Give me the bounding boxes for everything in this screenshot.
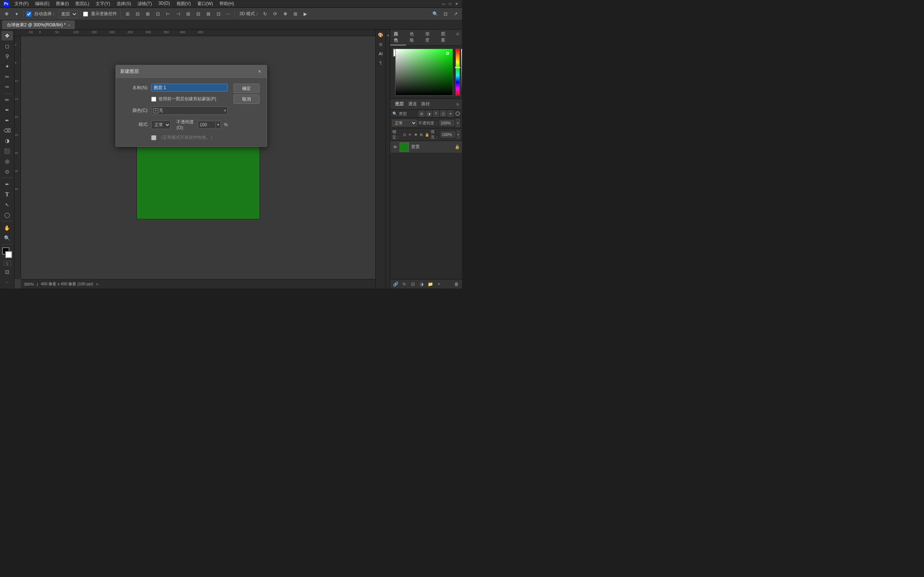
opacity-dropdown-btn[interactable]: ▾ [456, 119, 460, 127]
align-right-icon[interactable]: ⊠ [143, 10, 152, 18]
dialog-cancel-button[interactable]: 取消 [234, 95, 260, 104]
add-mask-icon[interactable]: ⊡ [410, 281, 416, 287]
spot-heal-btn[interactable]: ✏ [2, 95, 13, 104]
add-layer-icon[interactable]: + [436, 281, 442, 287]
distribute2-icon[interactable]: ⊟ [194, 10, 202, 18]
menu-filter[interactable]: 滤镜(T) [135, 0, 155, 8]
filter-pixel-icon[interactable]: ⊞ [419, 111, 425, 116]
lasso-btn[interactable]: ⚲ [2, 52, 13, 61]
lightness-bar[interactable] [461, 49, 462, 95]
eraser-btn[interactable]: ◑ [2, 136, 13, 145]
menu-image[interactable]: 图像(I) [53, 0, 71, 8]
auto-select-checkbox[interactable] [26, 11, 31, 16]
lock-all-icon[interactable]: 🔒 [425, 132, 429, 137]
dialog-ok-button[interactable]: 确定 [234, 84, 260, 93]
filter-smart-icon[interactable]: ✦ [447, 111, 453, 116]
add-fx-icon[interactable]: fx [401, 281, 407, 287]
align-top-icon[interactable]: ⊡ [153, 10, 162, 18]
menu-3d[interactable]: 3D(D) [155, 0, 173, 8]
show-transform-checkbox[interactable] [83, 11, 88, 16]
distribute-icon[interactable]: ⊞ [184, 10, 192, 18]
distribute4-icon[interactable]: ⊡ [214, 10, 223, 18]
minimize-button[interactable]: — [441, 2, 446, 6]
threed-slide-icon[interactable]: ⊞ [291, 10, 300, 18]
quick-mask-btn[interactable]: Q [3, 261, 11, 266]
path-select-btn[interactable]: ↖ [2, 200, 13, 210]
opacity-value-input[interactable] [198, 121, 216, 129]
menu-help[interactable]: 帮助(H) [216, 0, 237, 8]
background-color[interactable] [5, 251, 12, 258]
close-button[interactable]: ✕ [454, 2, 459, 6]
rectangular-marquee-btn[interactable]: ◻ [2, 41, 13, 50]
tab-color[interactable]: 颜色 [390, 29, 406, 45]
history-btn[interactable]: ⌫ [2, 126, 13, 135]
menu-layer[interactable]: 图层(L) [73, 0, 92, 8]
menu-file[interactable]: 文件(F) [11, 0, 31, 8]
type-btn[interactable]: T [2, 190, 13, 199]
use-previous-checkbox[interactable] [151, 97, 156, 102]
dialog-close-button[interactable]: × [257, 69, 262, 74]
opacity-input[interactable] [439, 120, 454, 126]
add-folder-icon[interactable]: 📁 [427, 281, 433, 287]
eyedropper-btn[interactable]: ✑ [2, 82, 13, 92]
filter-adjust-icon[interactable]: ◑ [426, 111, 432, 116]
document-tab[interactable]: 台球效果2 @ 300%(RGB/8#) * × [2, 21, 75, 29]
delete-layer-icon[interactable]: 🗑 [453, 281, 460, 287]
lock-transparent-icon[interactable]: ⊡ [402, 132, 407, 137]
gradient-btn[interactable]: ⬛ [2, 147, 13, 156]
color-dropdown[interactable]: × 无 ▾ [151, 106, 228, 115]
ai-icon[interactable]: AI [377, 50, 385, 58]
threed-scale-icon[interactable]: ▶ [301, 10, 310, 18]
auto-select-dropdown[interactable]: 图层 [58, 10, 78, 18]
layers-panel-icon[interactable]: ⊞ [377, 40, 385, 48]
layer-row-background[interactable]: 👁 背景 🔒 [390, 141, 462, 153]
tab-pattern[interactable]: 图案 [438, 29, 453, 45]
status-arrow[interactable]: > [96, 282, 98, 286]
pen-btn[interactable]: ✒ [2, 180, 13, 189]
tab-paths[interactable]: 路径 [419, 100, 432, 108]
lock-pixel-icon[interactable]: ✏ [408, 132, 412, 137]
dodge-btn[interactable]: ⊙ [2, 167, 13, 176]
menu-window[interactable]: 窗口(W) [195, 0, 216, 8]
fill-input[interactable] [441, 132, 455, 137]
threed-rotate-icon[interactable]: ↻ [261, 10, 269, 18]
screen-mode-icon[interactable]: ⊡ [441, 10, 450, 18]
quick-select-btn[interactable]: ✦ [2, 62, 13, 71]
add-adjustment-icon[interactable]: ◑ [418, 281, 425, 287]
crop-btn[interactable]: ✂ [2, 72, 13, 82]
mode-dropdown[interactable]: 正常 [151, 121, 171, 129]
align-center-h-icon[interactable]: ⊟ [133, 10, 142, 18]
threed-orbit-icon[interactable]: ⟳ [271, 10, 279, 18]
paragraph-icon[interactable]: ¶ [377, 59, 385, 67]
maximize-button[interactable]: □ [447, 2, 452, 6]
screen-mode-btn[interactable]: ⊡ [2, 267, 13, 277]
share-icon[interactable]: ↗ [451, 10, 460, 18]
clone-stamp-btn[interactable]: ✒ [2, 115, 13, 125]
filter-shape-icon[interactable]: ⊡ [440, 111, 446, 116]
distribute3-icon[interactable]: ⊠ [204, 10, 213, 18]
panel-collapse-strip[interactable]: ◂ [386, 29, 390, 288]
threed-pan-icon[interactable]: ✥ [281, 10, 289, 18]
color-panel-menu-icon[interactable]: ≡ [453, 29, 462, 45]
opacity-dropdown-arrow-btn[interactable]: ▾ [216, 121, 221, 129]
align-left-icon[interactable]: ⊞ [123, 10, 132, 18]
neutral-checkbox[interactable] [151, 135, 156, 140]
tab-channels[interactable]: 通道 [406, 100, 419, 108]
filter-toggle[interactable] [456, 111, 460, 116]
menu-edit[interactable]: 编辑(E) [32, 0, 52, 8]
blur-btn[interactable]: ◎ [2, 156, 13, 166]
layers-menu-icon[interactable]: ≡ [456, 102, 459, 107]
lock-artboard-icon[interactable]: ⊞ [419, 132, 424, 137]
brush-btn[interactable]: ✒ [2, 105, 13, 115]
more-options-button[interactable]: ··· [224, 11, 232, 17]
layer-visibility-toggle[interactable]: 👁 [393, 144, 398, 150]
tab-close-button[interactable]: × [68, 23, 70, 27]
layer-name-input[interactable] [151, 84, 228, 92]
tab-swatches[interactable]: 色板 [406, 29, 422, 45]
tab-layers[interactable]: 图层 [393, 100, 406, 108]
move-options-arrow[interactable]: ▾ [12, 10, 21, 18]
tab-gradient[interactable]: 渐变 [422, 29, 438, 45]
move-tool-btn[interactable]: ✥ [2, 31, 13, 40]
menu-text[interactable]: 文字(Y) [93, 0, 113, 8]
filter-text-icon[interactable]: T [433, 111, 439, 116]
